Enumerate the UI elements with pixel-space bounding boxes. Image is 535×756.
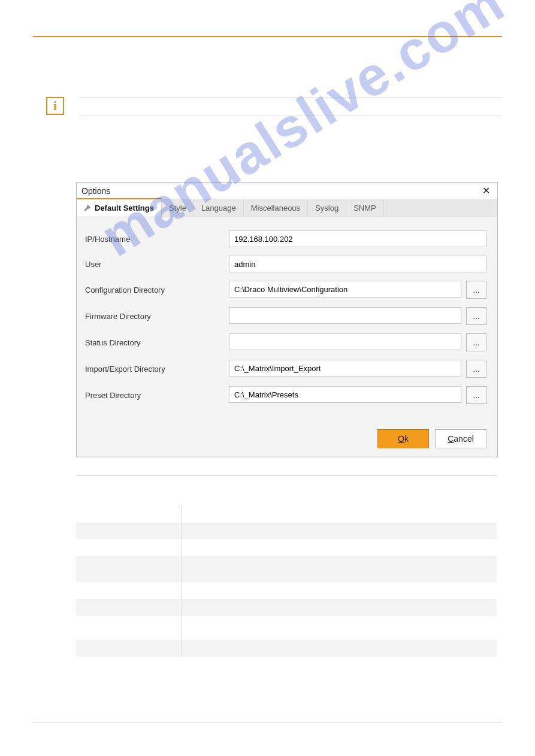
tab-miscellaneous[interactable]: Miscellaneous xyxy=(244,199,308,217)
lower-area xyxy=(76,475,497,657)
cancel-rest: ancel xyxy=(454,434,473,444)
label-statusdir: Status Directory xyxy=(85,338,229,347)
user-field[interactable] xyxy=(229,256,486,272)
dialog-title: Options xyxy=(81,186,110,196)
browse-confdir-button[interactable]: ... xyxy=(466,281,486,299)
lower-table xyxy=(76,506,497,657)
cancel-button[interactable]: Cancel xyxy=(435,429,486,448)
firmware-directory-field[interactable] xyxy=(229,307,461,324)
browse-statusdir-button[interactable]: ... xyxy=(466,333,486,351)
cancel-mnemonic: C xyxy=(448,434,454,444)
info-block: i xyxy=(33,97,502,134)
ok-button[interactable]: Ok xyxy=(377,429,429,448)
label-presetdir: Preset Directory xyxy=(85,391,229,400)
footer-rule xyxy=(33,722,502,723)
dialog-titlebar: Options ✕ xyxy=(77,183,497,199)
top-rule xyxy=(33,36,502,37)
tab-snmp[interactable]: SNMP xyxy=(346,199,384,217)
info-icon-glyph: i xyxy=(53,100,57,112)
label-iedir: Import/Export Directory xyxy=(85,365,229,374)
options-dialog: Options ✕ Default Settings Style Languag… xyxy=(76,182,498,457)
label-user: User xyxy=(85,260,229,269)
info-line-2 xyxy=(79,116,502,116)
browse-iedir-button[interactable]: ... xyxy=(466,360,486,378)
tab-default-label: Default Settings xyxy=(95,204,154,212)
preset-directory-field[interactable] xyxy=(229,386,461,403)
ok-rest: k xyxy=(404,434,409,444)
ok-mnemonic: O xyxy=(398,434,404,444)
ip-hostname-field[interactable] xyxy=(229,230,486,247)
tab-style[interactable]: Style xyxy=(162,199,194,217)
tab-syslog[interactable]: Syslog xyxy=(308,199,346,217)
import-export-directory-field[interactable] xyxy=(229,360,461,377)
label-ip: IP/Hostname xyxy=(85,235,229,244)
wrench-icon xyxy=(84,205,91,212)
tab-strip: Default Settings Style Language Miscella… xyxy=(77,199,497,217)
label-fwdir: Firmware Directory xyxy=(85,312,229,321)
status-directory-field[interactable] xyxy=(229,333,461,350)
browse-presetdir-button[interactable]: ... xyxy=(466,386,486,404)
close-icon[interactable]: ✕ xyxy=(480,185,492,196)
configuration-directory-field[interactable] xyxy=(229,281,461,297)
info-icon: i xyxy=(46,97,64,115)
label-confdir: Configuration Directory xyxy=(85,286,229,294)
dialog-body: IP/Hostname User Configuration Directory… xyxy=(77,217,497,421)
dialog-button-row: Ok Cancel xyxy=(77,421,497,457)
info-line-1 xyxy=(79,97,502,98)
tab-default-settings[interactable]: Default Settings xyxy=(77,198,162,217)
browse-fwdir-button[interactable]: ... xyxy=(466,307,486,325)
tab-language[interactable]: Language xyxy=(194,199,244,217)
